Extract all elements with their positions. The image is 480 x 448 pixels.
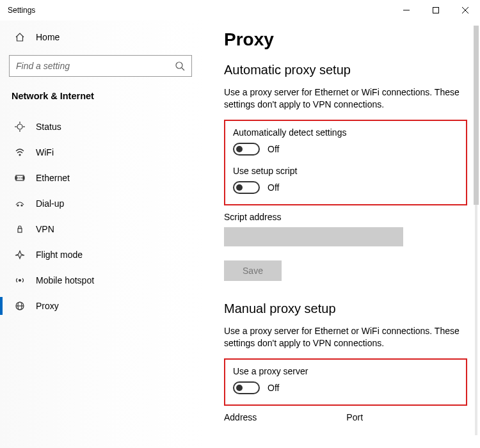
address-label: Address (224, 412, 257, 422)
svg-point-21 (19, 280, 21, 282)
sidebar-item-label: Flight mode (36, 250, 83, 260)
sidebar-item-status[interactable]: Status (9, 114, 205, 140)
auto-highlight-box: Automatically detect settings Off Use se… (224, 120, 467, 205)
manual-highlight-box: Use a proxy server Off (224, 358, 467, 406)
status-icon (14, 122, 26, 132)
svg-point-4 (176, 62, 182, 68)
window-controls (392, 0, 480, 20)
maximize-button[interactable] (421, 0, 451, 20)
sidebar-item-ethernet[interactable]: Ethernet (9, 165, 205, 191)
sidebar-item-proxy[interactable]: Proxy (9, 293, 205, 319)
save-button: Save (224, 260, 282, 281)
svg-rect-20 (18, 228, 22, 232)
search-box[interactable] (9, 55, 192, 77)
manual-description: Use a proxy server for Ethernet or WiFi … (224, 325, 467, 349)
airplane-icon (14, 250, 26, 260)
sidebar-item-wifi[interactable]: WiFi (9, 140, 205, 165)
setup-script-state: Off (268, 182, 279, 193)
svg-line-5 (182, 68, 184, 70)
sidebar-item-label: Proxy (36, 301, 59, 311)
manual-section-title: Manual proxy setup (224, 301, 467, 316)
page-title: Proxy (224, 29, 467, 50)
sidebar-item-vpn[interactable]: VPN (9, 216, 205, 242)
sidebar-item-label: Mobile hotspot (36, 275, 94, 285)
port-label: Port (346, 412, 363, 422)
svg-point-6 (17, 124, 22, 129)
sidebar-item-label: Dial-up (36, 198, 64, 209)
wifi-icon (14, 147, 26, 157)
use-proxy-toggle[interactable] (233, 381, 260, 394)
proxy-icon (14, 301, 26, 311)
sidebar-item-label: WiFi (36, 147, 54, 157)
auto-detect-state: Off (268, 144, 279, 154)
home-icon (14, 32, 26, 42)
script-address-label: Script address (224, 212, 467, 222)
use-proxy-label: Use a proxy server (233, 366, 458, 376)
sidebar-item-label: Status (36, 122, 61, 132)
setup-script-toggle[interactable] (233, 181, 260, 194)
svg-rect-14 (23, 177, 24, 179)
home-label: Home (36, 32, 60, 42)
setup-script-label: Use setup script (233, 166, 458, 176)
nav-list: Status WiFi Ethernet Dial-up (9, 114, 205, 319)
scrollbar-thumb[interactable] (474, 26, 479, 205)
dialup-icon (14, 198, 26, 209)
hotspot-icon (14, 275, 26, 285)
sidebar-item-flight-mode[interactable]: Flight mode (9, 242, 205, 268)
auto-detect-label: Automatically detect settings (233, 127, 458, 138)
search-icon (175, 61, 185, 71)
window-title: Settings (8, 6, 392, 15)
sidebar-item-label: Ethernet (36, 173, 70, 183)
minimize-button[interactable] (392, 0, 421, 20)
home-link[interactable]: Home (9, 27, 205, 47)
svg-point-18 (17, 205, 19, 206)
content: Proxy Automatic proxy setup Use a proxy … (205, 20, 480, 448)
ethernet-icon (14, 173, 26, 183)
automatic-section-title: Automatic proxy setup (224, 63, 467, 77)
section-header: Network & Internet (9, 91, 205, 101)
search-input[interactable] (16, 61, 175, 71)
script-address-input (224, 227, 403, 246)
sidebar-item-mobile-hotspot[interactable]: Mobile hotspot (9, 268, 205, 293)
titlebar: Settings (0, 0, 480, 20)
vpn-icon (14, 224, 26, 234)
sidebar: Home Network & Internet Status (0, 20, 205, 448)
svg-rect-13 (15, 177, 17, 179)
sidebar-item-label: VPN (36, 224, 54, 234)
automatic-description: Use a proxy server for Ethernet or WiFi … (224, 86, 467, 111)
svg-point-19 (21, 205, 22, 206)
svg-point-11 (19, 154, 20, 156)
auto-detect-toggle[interactable] (233, 143, 260, 156)
close-button[interactable] (451, 0, 480, 20)
svg-rect-1 (433, 8, 439, 13)
sidebar-item-dialup[interactable]: Dial-up (9, 191, 205, 216)
use-proxy-state: Off (268, 383, 279, 393)
